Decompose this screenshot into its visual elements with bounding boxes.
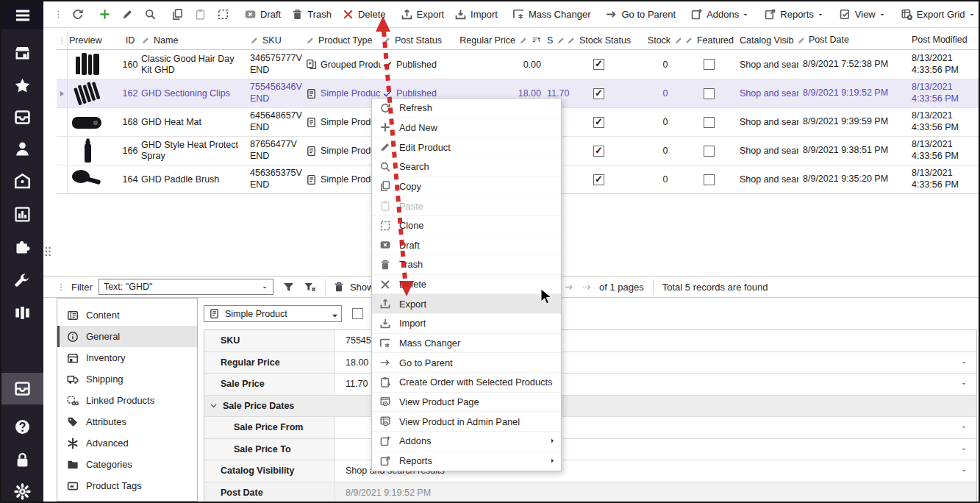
toolbar-clone-button[interactable] [212, 4, 235, 24]
toolbar-view-button[interactable]: View [834, 4, 891, 24]
cell-name[interactable]: GHD Heat Mat [140, 108, 248, 136]
menu-item-refresh[interactable]: Refresh [372, 99, 561, 118]
menu-item-copy[interactable]: Copy [372, 177, 561, 197]
cell-catalog-visibility[interactable]: Shop and search results [729, 50, 800, 79]
tab-content[interactable]: Content [57, 304, 197, 326]
stock-status-checkbox[interactable] [593, 117, 604, 128]
toolbar-paste-button[interactable] [189, 4, 212, 24]
cell-product-type[interactable]: Simple Product [304, 79, 381, 107]
column-header-id[interactable]: ID [121, 31, 140, 49]
cell-sku[interactable]: 87656477VEND [248, 137, 304, 165]
product-thumbnail[interactable] [69, 81, 106, 107]
menu-item-add-new[interactable]: Add New [372, 118, 561, 138]
apply-filter-button[interactable] [282, 281, 295, 293]
menu-item-mass-changer[interactable]: Mass Changer [372, 334, 561, 354]
cell-product-type[interactable]: Simple Product [304, 165, 381, 193]
toolbar-refresh-button[interactable] [66, 4, 89, 24]
toolbar-reports-button[interactable]: Reports [759, 4, 829, 24]
toolbar-copy-button[interactable] [166, 4, 189, 24]
stock-status-checkbox[interactable] [593, 174, 604, 185]
cell-stock[interactable]: 0 [623, 137, 689, 165]
stock-status-checkbox[interactable] [593, 59, 604, 70]
cell-product-type[interactable]: Grouped Product [304, 50, 381, 79]
tab-categories[interactable]: Categories [57, 454, 197, 475]
cell-product-type[interactable]: Simple Product [304, 137, 381, 165]
next-page-button[interactable] [564, 282, 575, 293]
filter-query-select[interactable]: Text: "GHD" [99, 279, 273, 295]
menu-item-delete[interactable]: Delete [372, 275, 561, 295]
cell-post-status[interactable]: Published [381, 50, 454, 79]
cell-sale-price[interactable] [546, 50, 575, 79]
cell-name[interactable]: GHD Paddle Brush [140, 165, 248, 193]
product-thumbnail[interactable] [69, 110, 106, 135]
column-header-catalog-visib[interactable]: Catalog Visib [729, 31, 800, 49]
column-header-sku[interactable]: SKU [248, 31, 304, 49]
column-header-preview[interactable]: Preview [68, 31, 121, 49]
sidebar-item-puzzle[interactable] [1, 235, 43, 260]
column-header-name[interactable]: Name [140, 31, 248, 49]
sidebar-item-star[interactable] [1, 73, 43, 98]
cell-name[interactable]: GHD Sectioning Clips [140, 79, 248, 107]
filterbar-drag-handle[interactable] [57, 282, 65, 293]
cell-catalog-visibility[interactable]: Shop and search results [729, 165, 800, 193]
featured-checkbox[interactable] [704, 117, 715, 128]
column-header-featured[interactable]: Featured [689, 31, 729, 49]
toolbar-mass-changer-button[interactable]: Mass Changer [507, 4, 596, 24]
menu-item-paste[interactable]: Paste [372, 196, 561, 216]
cell-sku[interactable]: 755456346VEND [248, 79, 304, 107]
toolbar-go-to-parent-button[interactable]: Go to Parent [600, 4, 681, 24]
cell-stock[interactable]: 0 [623, 50, 689, 79]
cell-sku[interactable]: 645648657VEND [248, 108, 304, 136]
column-header-post-status[interactable]: Post Status [381, 31, 454, 49]
cell-regular-price[interactable]: 0.00 [454, 50, 546, 79]
menu-item-export[interactable]: Export [372, 294, 561, 314]
cell-product-type[interactable]: Simple Product [304, 108, 381, 136]
cell-sku[interactable]: 456365375VEND [248, 165, 304, 193]
toolbar-search-button[interactable] [139, 4, 162, 24]
stock-status-checkbox[interactable] [593, 88, 604, 99]
sidebar-item-columns[interactable] [1, 300, 43, 325]
sidebar-item-person[interactable] [1, 136, 43, 161]
column-header-stock[interactable]: Stock [623, 31, 689, 49]
menu-item-addons[interactable]: Addons [372, 432, 561, 452]
tab-advanced[interactable]: Advanced [57, 432, 197, 454]
toolbar-import-button[interactable]: Import [449, 4, 503, 24]
column-header-post-date[interactable]: Post Date [800, 31, 894, 49]
cell-catalog-visibility[interactable]: Shop and search results [729, 108, 800, 136]
product-thumbnail[interactable] [69, 138, 106, 164]
menu-item-create-order-with-selected-products[interactable]: Create Order with Selected Products [372, 373, 561, 393]
cell-name[interactable]: GHD Style Heat Protect Spray [140, 137, 248, 165]
sidebar-item-wrench[interactable] [1, 268, 43, 293]
menu-item-clone[interactable]: Clone [372, 216, 561, 236]
menu-item-search[interactable]: Search [372, 157, 561, 177]
cell-stock[interactable]: 0 [623, 108, 689, 136]
column-header-stock-status[interactable]: Stock Status [575, 31, 623, 49]
menu-item-edit-product[interactable]: Edit Product [372, 138, 561, 157]
detail-checkbox[interactable] [352, 308, 363, 319]
toolbar-trash-button[interactable]: Trash [286, 4, 337, 24]
sidebar-item-basket[interactable] [1, 168, 43, 193]
sidebar-item-lock[interactable] [1, 447, 43, 472]
tab-inventory[interactable]: Inventory [57, 347, 197, 368]
tab-linked-products[interactable]: Linked Products [57, 390, 197, 411]
featured-checkbox[interactable] [704, 59, 715, 70]
splitter-handle[interactable] [44, 246, 51, 260]
menu-item-draft[interactable]: Draft [372, 235, 561, 255]
detail-field-value[interactable]: 8/9/2021 9:19:52 PM [335, 482, 976, 503]
toolbar-draft-button[interactable]: Draft [239, 4, 286, 24]
sidebar-item-archive[interactable] [1, 104, 43, 129]
cell-name[interactable]: Classic Good Hair Day Kit GHD [140, 50, 248, 79]
sidebar-item-gear[interactable] [1, 479, 43, 503]
menu-item-view-product-page[interactable]: View Product Page [372, 393, 561, 413]
cell-stock[interactable]: 0 [623, 79, 689, 107]
product-thumbnail[interactable] [69, 167, 106, 193]
menu-item-view-product-in-admin-panel[interactable]: View Product in Admin Panel [372, 412, 561, 432]
toolbar-addons-button[interactable]: Addons [685, 4, 754, 24]
sidebar-menu-button[interactable] [1, 1, 43, 29]
toolbar-edit-button[interactable] [116, 4, 139, 24]
toolbar-delete-button[interactable]: Delete [337, 4, 391, 24]
toolbar-add-new-button[interactable] [93, 4, 116, 24]
sidebar-item-store[interactable] [1, 40, 43, 65]
tab-product-tags[interactable]: Product Tags [57, 475, 197, 496]
table-row-160[interactable]: 160Classic Good Hair Day Kit GHD34657577… [57, 50, 979, 79]
